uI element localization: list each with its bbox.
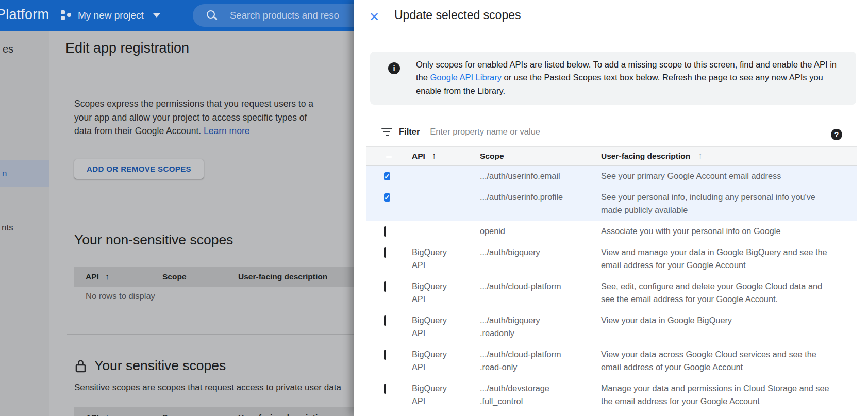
column-scope: Scope xyxy=(162,272,238,281)
description-cell: View and manage your data in Google BigQ… xyxy=(601,246,857,272)
table-row[interactable]: BigQuery API .../auth/bigquery.readonly … xyxy=(366,310,857,344)
row-checkbox[interactable] xyxy=(384,281,386,292)
scopes-table-header: API↑ Scope User-facing description↑ xyxy=(366,146,857,166)
column-description: User-facing description xyxy=(238,413,327,416)
sort-arrow-icon: ↑ xyxy=(698,151,703,161)
sidebar-section-fragment: es xyxy=(3,43,13,55)
empty-table-message: No rows to display xyxy=(86,291,155,301)
project-name: My new project xyxy=(78,10,144,21)
sidebar-item-active[interactable]: n xyxy=(0,160,49,187)
column-api: API xyxy=(86,413,99,416)
description-cell: See, edit, configure and delete your Goo… xyxy=(601,280,857,306)
sensitive-scopes-heading-row: Your sensitive scopes xyxy=(75,358,226,374)
scope-cell: .../auth/devstorage xyxy=(480,382,601,395)
scope-cell: .../auth/bigquery xyxy=(480,246,601,259)
filter-input[interactable] xyxy=(429,126,831,137)
filter-label: Filter xyxy=(399,127,420,137)
table-row[interactable]: ✓ .../auth/userinfo.profile See your per… xyxy=(366,187,857,221)
scope-cell: .../auth/userinfo.profile xyxy=(480,191,601,204)
info-icon: i xyxy=(388,62,400,74)
column-scope[interactable]: Scope xyxy=(480,152,601,161)
sensitive-scopes-description: Sensitive scopes are scopes that request… xyxy=(74,382,355,393)
sidebar: es n nts xyxy=(0,31,49,416)
scopes-intro-text: Scopes express the permissions that you … xyxy=(74,97,383,138)
description-cell: See your primary Google Account email ad… xyxy=(601,170,857,182)
row-checkbox[interactable] xyxy=(384,226,386,237)
sidebar-item-fragment: nts xyxy=(2,223,13,233)
divider xyxy=(354,32,857,32)
project-icon xyxy=(61,10,72,21)
update-scopes-panel: ✕ Update selected scopes i Only scopes f… xyxy=(354,0,868,416)
api-cell: BigQuery API xyxy=(412,348,450,374)
description-cell: View your data in Google BigQuery xyxy=(601,314,857,340)
table-row[interactable]: openid Associate you with your personal … xyxy=(366,221,857,242)
description-cell: Manage your data and permissions in Clou… xyxy=(601,382,857,408)
scope-cell: .../auth/userinfo.email xyxy=(480,170,601,182)
learn-more-link[interactable]: Learn more xyxy=(204,126,250,136)
row-checkbox[interactable]: ✓ xyxy=(384,172,390,180)
panel-title: Update selected scopes xyxy=(394,8,521,22)
scope-cell: .../auth/cloud-platform xyxy=(480,348,601,361)
scopes-table: API↑ Scope User-facing description↑ ✓ ..… xyxy=(366,146,857,412)
description-cell: See your personal info, including any pe… xyxy=(601,191,857,217)
brand-logo: Platform xyxy=(0,7,49,23)
info-banner-text: Only scopes for enabled APIs are listed … xyxy=(416,58,845,97)
info-banner: i Only scopes for enabled APIs are liste… xyxy=(370,52,856,105)
api-cell: BigQuery API xyxy=(412,280,450,306)
page-title: Edit app registration xyxy=(65,40,189,56)
filter-icon xyxy=(381,128,392,136)
row-checkbox[interactable] xyxy=(384,350,386,360)
row-checkbox[interactable]: ✓ xyxy=(384,193,390,202)
google-api-library-link[interactable]: Google API Library xyxy=(430,73,502,82)
screen: Platform My new project es n nts Edit ap… xyxy=(0,0,868,416)
project-selector[interactable]: My new project xyxy=(61,0,160,31)
table-row[interactable]: BigQuery API .../auth/devstorage.full_co… xyxy=(366,378,857,412)
sidebar-divider xyxy=(0,65,49,65)
sort-arrow-icon: ↑ xyxy=(105,413,109,416)
column-description: User-facing description xyxy=(238,272,327,281)
column-api[interactable]: API↑ xyxy=(412,151,480,161)
table-row[interactable]: BigQuery API .../auth/cloud-platform See… xyxy=(366,276,857,310)
table-row[interactable]: BigQuery API .../auth/cloud-platform.rea… xyxy=(366,344,857,378)
description-cell: Associate you with your personal info on… xyxy=(601,225,857,238)
api-cell: BigQuery API xyxy=(412,246,450,272)
column-description[interactable]: User-facing description↑ xyxy=(601,151,857,161)
column-scope: Scope xyxy=(162,413,238,416)
table-row[interactable]: BigQuery API .../auth/bigquery View and … xyxy=(366,242,857,276)
add-or-remove-scopes-button[interactable]: ADD OR REMOVE SCOPES xyxy=(74,159,204,179)
filter-bar: Filter ? xyxy=(366,117,857,146)
scope-cell: .../auth/bigquery xyxy=(480,314,601,327)
lock-icon xyxy=(75,359,86,373)
scope-cell: .../auth/cloud-platform xyxy=(480,280,601,293)
search-icon xyxy=(206,10,218,21)
sort-arrow-icon: ↑ xyxy=(432,151,437,161)
table-row[interactable]: ✓ .../auth/userinfo.email See your prima… xyxy=(366,166,857,187)
non-sensitive-scopes-heading: Your non-sensitive scopes xyxy=(74,232,233,248)
api-cell: BigQuery API xyxy=(412,382,450,408)
close-icon[interactable]: ✕ xyxy=(367,10,381,24)
scope-cell: openid xyxy=(480,225,601,238)
help-icon[interactable]: ? xyxy=(831,129,842,140)
api-cell: BigQuery API xyxy=(412,314,450,340)
row-checkbox[interactable] xyxy=(384,384,386,394)
sensitive-scopes-heading: Your sensitive scopes xyxy=(94,358,226,374)
column-api: API xyxy=(86,272,99,281)
row-checkbox[interactable] xyxy=(384,315,386,326)
row-checkbox[interactable] xyxy=(384,247,386,258)
description-cell: View your data across Google Cloud servi… xyxy=(601,348,857,374)
chevron-down-icon xyxy=(153,13,160,18)
sort-arrow-icon: ↑ xyxy=(105,272,109,281)
